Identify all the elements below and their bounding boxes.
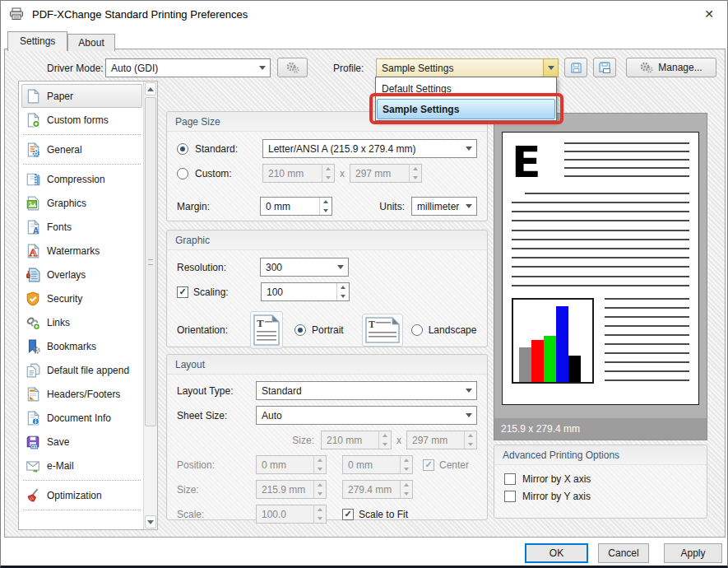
- driver-mode-options-button[interactable]: [277, 58, 308, 77]
- sheet-width-value: 210 mm: [322, 431, 378, 449]
- sidebar-item-default-file-append[interactable]: Default file append: [21, 358, 142, 382]
- dropdown-arrow-icon[interactable]: [543, 59, 558, 77]
- scrollbar-down-arrow[interactable]: [145, 515, 156, 528]
- dropdown-arrow-icon[interactable]: [461, 140, 476, 157]
- driver-mode-combobox[interactable]: Auto (GDI): [105, 58, 271, 77]
- sidebar-item-paper[interactable]: Paper: [21, 84, 142, 108]
- resolution-value: 300: [261, 258, 333, 276]
- sidebar-item-security[interactable]: Security: [21, 286, 142, 310]
- landscape-page-icon: T: [365, 317, 400, 343]
- landscape-orientation-button[interactable]: T: [362, 314, 403, 347]
- dropdown-arrow-icon[interactable]: [461, 382, 476, 399]
- sidebar-item-bookmarks[interactable]: Bookmarks: [21, 334, 142, 358]
- sidebar-scrollbar[interactable]: [143, 81, 157, 529]
- preview-letter: E: [512, 142, 554, 184]
- sidebar-item-overlays[interactable]: Overlays: [21, 263, 142, 286]
- x-separator: x: [396, 435, 401, 446]
- chart-bar: [519, 347, 531, 382]
- layout-type-value: Standard: [257, 382, 461, 399]
- sidebar-item-custom-forms[interactable]: Custom forms: [21, 108, 142, 132]
- profile-option-default-settings[interactable]: Default Settings: [377, 78, 555, 99]
- mirror-y-checkbox[interactable]: ✓: [504, 491, 516, 502]
- standard-radio[interactable]: [177, 143, 188, 155]
- spinner-buttons: [464, 431, 476, 449]
- mirror-x-checkbox[interactable]: ✓: [504, 473, 516, 485]
- center-checkbox: ✓: [423, 459, 434, 471]
- scrollbar-thumb[interactable]: [145, 97, 156, 426]
- dropdown-arrow-icon[interactable]: [461, 198, 476, 215]
- sidebar-item-label: Overlays: [47, 269, 86, 281]
- scrollbar-up-arrow[interactable]: [145, 82, 156, 95]
- sidebar-item-save[interactable]: Save: [21, 430, 142, 454]
- sidebar-item-watermarks[interactable]: A Watermarks: [21, 239, 142, 263]
- profile-combobox[interactable]: Sample Settings: [376, 58, 559, 77]
- optimization-icon: [26, 488, 40, 503]
- mirror-y-label: Mirror by Y axis: [522, 491, 591, 502]
- save-as-icon: [598, 61, 611, 74]
- apply-button[interactable]: Apply: [664, 543, 722, 563]
- spinner-buttons[interactable]: [336, 283, 349, 300]
- scaling-checkbox[interactable]: ✓: [177, 286, 188, 298]
- sidebar-item-email[interactable]: e-Mail: [21, 454, 142, 477]
- mirror-x-label: Mirror by X axis: [522, 473, 591, 485]
- check-icon: ✓: [179, 287, 186, 296]
- position-y-value: 0 mm: [343, 456, 400, 473]
- units-combobox[interactable]: millimeter: [411, 197, 477, 216]
- scaling-spinner[interactable]: 100: [261, 282, 350, 301]
- sidebar-item-label: Graphics: [47, 198, 86, 209]
- output-height-value: 279.4 mm: [343, 481, 400, 498]
- fonts-icon: A: [26, 220, 40, 235]
- profile-option-sample-settings[interactable]: Sample Settings: [377, 99, 555, 119]
- tab-about[interactable]: About: [67, 34, 114, 51]
- sidebar-item-label: Headers/Footers: [47, 389, 120, 400]
- spinner-buttons[interactable]: [319, 198, 332, 215]
- orientation-label: Orientation:: [177, 324, 250, 336]
- custom-radio[interactable]: [177, 168, 188, 179]
- profile-dropdown-list: Default Settings Sample Settings: [375, 77, 557, 121]
- scale-to-fit-checkbox[interactable]: ✓: [342, 509, 354, 520]
- check-icon: ✓: [424, 460, 432, 469]
- manage-profiles-button[interactable]: Manage...: [626, 58, 716, 77]
- sidebar-item-fonts[interactable]: A Fonts: [21, 215, 142, 239]
- dropdown-arrow-icon[interactable]: [333, 258, 348, 276]
- chart-bar: [544, 336, 556, 382]
- sidebar-item-optimization[interactable]: Optimization: [21, 483, 142, 507]
- sidebar-item-label: General: [47, 144, 82, 156]
- sidebar-item-general[interactable]: General: [21, 137, 142, 161]
- center-label: Center: [439, 459, 469, 471]
- dropdown-arrow-icon[interactable]: [461, 407, 476, 424]
- ok-button[interactable]: OK: [525, 543, 588, 563]
- profile-value: Sample Settings: [377, 59, 543, 77]
- dropdown-arrow-icon[interactable]: [255, 59, 270, 77]
- manage-button-label: Manage...: [658, 62, 702, 73]
- sheet-size-combobox[interactable]: Auto: [256, 406, 477, 425]
- sidebar-item-links[interactable]: Links: [21, 310, 142, 334]
- resolution-label: Resolution:: [177, 262, 260, 273]
- landscape-radio[interactable]: [411, 324, 423, 336]
- resolution-combobox[interactable]: 300: [260, 258, 349, 277]
- advanced-options-group: Advanced Printing Options ✓ Mirror by X …: [494, 445, 707, 519]
- margin-spinner[interactable]: 0 mm: [260, 197, 332, 216]
- sidebar-item-compression[interactable]: Compression: [21, 167, 142, 191]
- spinner-buttons: [409, 165, 421, 182]
- sidebar-item-label: Watermarks: [47, 245, 100, 257]
- output-size-label: Size:: [177, 484, 256, 496]
- sidebar-item-document-info[interactable]: Document Info: [21, 406, 142, 430]
- portrait-radio[interactable]: [294, 324, 306, 336]
- sidebar-item-headers-footers[interactable]: Headers/Footers: [21, 382, 142, 406]
- category-list: Paper Custom forms General Compression: [20, 82, 142, 528]
- close-button[interactable]: ✕: [699, 4, 719, 24]
- security-icon: [26, 291, 40, 306]
- save-profile-button[interactable]: [564, 58, 587, 77]
- sidebar-item-label: Bookmarks: [47, 341, 96, 352]
- standard-size-combobox[interactable]: Letter/ANSI A (215.9 x 279.4 mm): [262, 139, 477, 158]
- tab-settings[interactable]: Settings: [7, 31, 67, 51]
- sidebar-divider: [23, 164, 141, 165]
- sidebar-item-graphics[interactable]: Graphics: [21, 191, 142, 215]
- cancel-button[interactable]: Cancel: [598, 543, 649, 563]
- print-preview-panel: E 215.9 x 279.4 mm: [494, 113, 707, 440]
- save-profile-as-button[interactable]: [593, 58, 616, 77]
- portrait-orientation-button[interactable]: T: [250, 311, 283, 349]
- layout-type-combobox[interactable]: Standard: [256, 381, 477, 400]
- position-y-spinner: 0 mm: [342, 455, 413, 474]
